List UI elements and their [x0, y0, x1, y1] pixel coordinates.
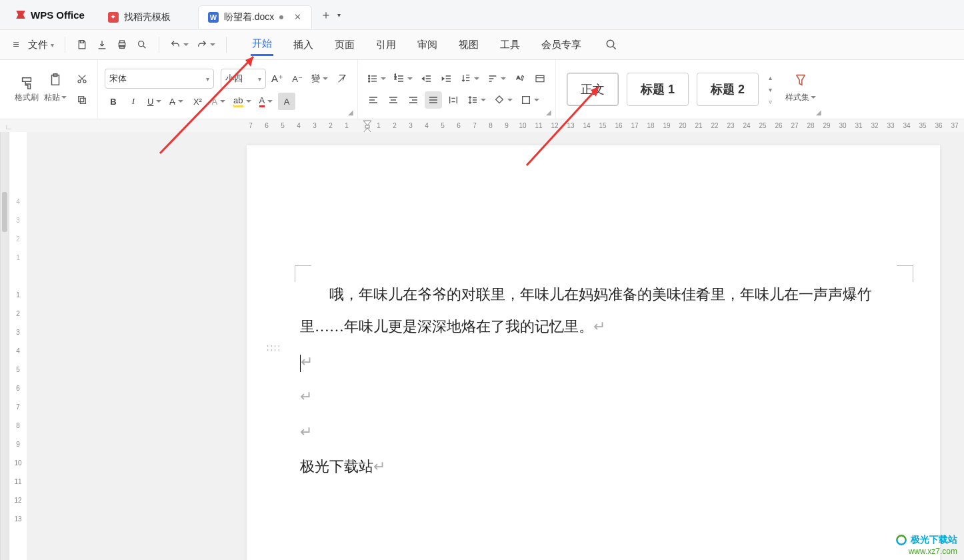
chevron-down-icon[interactable]: ▾ [765, 85, 775, 94]
find-replace-icon[interactable]: A [511, 70, 529, 87]
format-painter-label: 格式刷 [15, 92, 39, 103]
increase-indent-icon[interactable] [438, 70, 455, 87]
grow-font-icon[interactable]: A⁺ [269, 70, 286, 87]
separator [159, 37, 159, 53]
numbering-icon[interactable]: 12 [391, 70, 415, 87]
paragraph[interactable]: ↵ [300, 381, 887, 413]
svg-rect-23 [365, 125, 369, 128]
style-h1[interactable]: 标题 1 [627, 73, 689, 106]
svg-point-14 [369, 78, 370, 79]
ribbon: 格式刷 粘贴 宋体 ▾ 小四 ▾ A⁺ [0, 60, 964, 119]
dialog-launcher-icon[interactable]: ◢ [545, 108, 553, 116]
change-case-icon[interactable]: 變 [309, 70, 331, 87]
style-h2[interactable]: 标题 2 [697, 73, 759, 106]
hamburger-icon[interactable]: ≡ [8, 39, 24, 51]
strike-icon[interactable]: A̶ [167, 93, 186, 110]
distribute-icon[interactable] [445, 91, 462, 109]
format-painter-button[interactable]: 格式刷 [12, 76, 41, 103]
svg-point-13 [369, 75, 370, 77]
paragraph[interactable]: ↵ [300, 416, 887, 448]
workspace: 432112345678910111213 哦，年味儿在爷爷的对联里，年味儿在妈… [0, 132, 964, 560]
svg-rect-19 [536, 75, 544, 81]
svg-rect-0 [80, 41, 83, 43]
svg-rect-6 [23, 77, 31, 81]
tab-ref[interactable]: 引用 [375, 35, 397, 55]
svg-rect-3 [120, 45, 125, 48]
tab-document[interactable]: W 盼望着.docx ✕ [198, 5, 312, 29]
style-expand-icon[interactable]: ▿ [765, 97, 775, 106]
svg-point-5 [607, 40, 614, 47]
paragraph[interactable]: 极光下载站↵ [300, 451, 887, 483]
vertical-scrollbar[interactable] [0, 132, 9, 560]
font-color-icon[interactable]: A [257, 93, 276, 110]
paragraph-handle-icon[interactable]: ∷∷ [267, 346, 276, 355]
undo-button[interactable] [167, 36, 191, 53]
paragraph[interactable]: 哦，年味儿在爷爷的对联里，年味儿在妈妈准备的美味佳肴里，年味儿在一声声爆竹里……… [300, 279, 887, 343]
text-direction-icon[interactable] [458, 70, 482, 87]
paste-button[interactable]: 粘贴 [41, 73, 69, 106]
watermark: 极光下载站 www.xz7.com [895, 533, 957, 556]
superscript-icon[interactable]: X² [189, 93, 206, 110]
tab-review[interactable]: 审阅 [416, 35, 439, 55]
search-icon[interactable] [603, 36, 620, 53]
file-menu-label: 文件 [28, 39, 48, 51]
cut-icon[interactable] [73, 70, 91, 87]
font-size-value: 小四 [225, 73, 243, 85]
bullets-icon[interactable] [365, 70, 389, 87]
export-icon[interactable] [93, 36, 111, 53]
text-effect-icon[interactable]: A [209, 93, 228, 110]
plus-icon[interactable]: ＋ [317, 4, 335, 25]
document-page[interactable]: 哦，年味儿在爷爷的对联里，年味儿在妈妈准备的美味佳肴里，年味儿在一声声爆竹里……… [247, 145, 940, 560]
font-size-select[interactable]: 小四 ▾ [221, 69, 266, 89]
clear-format-icon[interactable] [333, 70, 351, 87]
chevron-down-icon[interactable]: ▾ [337, 11, 341, 19]
shrink-font-icon[interactable]: A⁻ [289, 70, 306, 87]
scrollbar-thumb[interactable] [2, 192, 7, 232]
file-menu[interactable]: 文件 ▾ [24, 36, 58, 54]
chevron-down-icon: ▾ [258, 75, 261, 83]
paragraph[interactable]: ∷∷ ↵ [300, 346, 887, 378]
font-family-select[interactable]: 宋体 ▾ [105, 69, 214, 89]
italic-icon[interactable]: I [125, 93, 142, 110]
tab-page[interactable]: 页面 [333, 35, 356, 55]
font-group: 宋体 ▾ 小四 ▾ A⁺ A⁻ 變 B I U A̶ X² A ab [98, 60, 358, 119]
style-pane-button[interactable]: 样式集 [783, 73, 819, 106]
line-spacing-icon[interactable] [465, 91, 489, 109]
tab-home[interactable]: 开始 [251, 33, 273, 56]
close-icon[interactable]: ✕ [293, 13, 302, 22]
tab-insert[interactable]: 插入 [292, 35, 315, 55]
style-body[interactable]: 正文 [567, 73, 619, 106]
new-tab[interactable]: ＋ ▾ [317, 4, 341, 25]
align-center-icon[interactable] [385, 91, 402, 109]
chevron-up-icon[interactable]: ▴ [765, 73, 775, 82]
style-scroll[interactable]: ▴ ▾ ▿ [765, 73, 775, 106]
align-left-icon[interactable] [365, 91, 382, 109]
vertical-ruler[interactable]: 432112345678910111213 [9, 132, 27, 560]
redo-button[interactable] [194, 36, 218, 53]
dialog-launcher-icon[interactable]: ◢ [815, 108, 823, 116]
print-icon[interactable] [113, 36, 131, 53]
print-preview-icon[interactable] [133, 36, 151, 53]
copy-icon[interactable] [73, 91, 91, 109]
tab-view[interactable]: 视图 [457, 35, 480, 55]
show-marks-icon[interactable] [531, 70, 549, 87]
save-icon[interactable] [73, 36, 91, 53]
sort-icon[interactable] [485, 70, 509, 87]
word-icon: W [208, 12, 219, 23]
borders-icon[interactable] [518, 91, 542, 109]
align-right-icon[interactable] [405, 91, 422, 109]
styles-group: 正文 标题 1 标题 2 ▴ ▾ ▿ 样式集 ◢ [556, 60, 825, 119]
decrease-indent-icon[interactable] [418, 70, 435, 87]
tab-member[interactable]: 会员专享 [540, 35, 583, 55]
paste-label: 粘贴 [44, 89, 67, 106]
menu-bar: ≡ 文件 ▾ 开始 插入 页面 引用 审阅 视图 工具 会员专享 [0, 30, 964, 60]
char-shading-icon[interactable]: A [278, 93, 295, 110]
dialog-launcher-icon[interactable]: ◢ [347, 108, 355, 116]
underline-icon[interactable]: U [145, 93, 164, 110]
shading-icon[interactable] [491, 91, 515, 109]
tab-tools[interactable]: 工具 [499, 35, 521, 55]
justify-icon[interactable] [425, 91, 442, 109]
tab-docer[interactable]: ✦ 找稻壳模板 [98, 5, 198, 29]
highlight-icon[interactable]: ab [231, 93, 253, 110]
bold-icon[interactable]: B [105, 93, 122, 110]
